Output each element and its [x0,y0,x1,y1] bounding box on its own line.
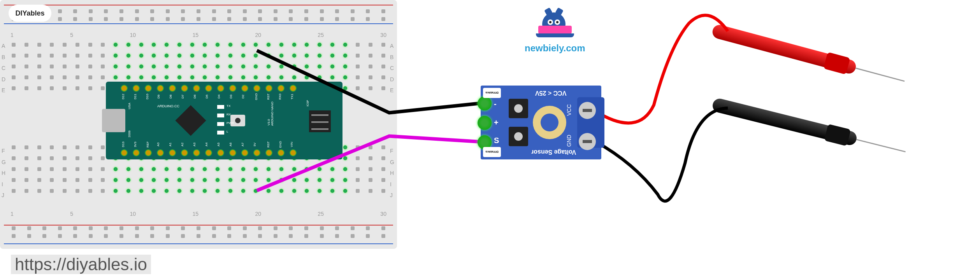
screw-label-gnd: GND [566,135,572,147]
usb-port [102,109,125,132]
power-rail-bot-pos [4,225,393,226]
breadboard-numbers: 151015202530 [4,32,393,38]
rail-holes [4,9,393,15]
power-rail-top-neg [4,23,393,24]
screw-vcc [579,102,596,119]
rail-holes [4,17,393,23]
arduino-pins-bot [121,149,297,156]
wire-probe-red [595,15,728,123]
owl-icon [538,8,569,39]
screw-gnd [579,133,596,150]
arduino-brand: ARDUINO.CC [157,104,179,108]
sensor-terminal [509,99,528,118]
screw-label-vcc: VCC [566,104,572,116]
arduino-year: 2009 [128,131,131,138]
arduino-ver: V3.0 [267,119,270,125]
arduino-name: ARDUINO NANO [270,101,274,126]
diyables-logo: DIYables [9,5,51,22]
sensor-label-s: S [494,136,499,145]
newbiely-text: newbiely.com [525,43,583,54]
rail-holes [4,226,393,232]
arduino-usa: USA [128,103,131,109]
sensor-label-plus: + [494,118,499,127]
sensor-title: Voltage Sensor [531,149,576,156]
sensor-potentiometer [533,106,566,139]
sensor-logo: DIYables [483,147,501,157]
voltage-sensor-module: - + S VCC GND Voltage Sensor VCC < 25V D… [481,86,601,159]
sensor-pin-minus [478,96,492,110]
mcu-chip [175,105,206,136]
breadboard-numbers: 151015202530 [4,211,393,217]
sensor-terminal [509,127,528,146]
rail-holes [4,234,393,240]
arduino-icsp: ICSP [306,100,309,106]
icsp-header [309,110,331,132]
arduino-pins-top [121,85,297,92]
newbiely-logo: newbiely.com [525,8,583,54]
power-rail-top-pos [4,5,393,5]
sensor-vcc-label: VCC < 25V [535,89,566,96]
sensor-label-minus: - [494,100,497,108]
sensor-logo: DIYables [483,88,501,98]
url-label: https://diyables.io [11,255,151,274]
diyables-text: DIYables [15,9,44,17]
power-rail-bot-neg [4,243,393,244]
arduino-nano: ARDUINO.CC ARDUINO NANO V3.0 ICSP USA 20… [106,82,342,159]
wire-probe-black [595,108,728,201]
sensor-pin-plus [478,116,492,130]
